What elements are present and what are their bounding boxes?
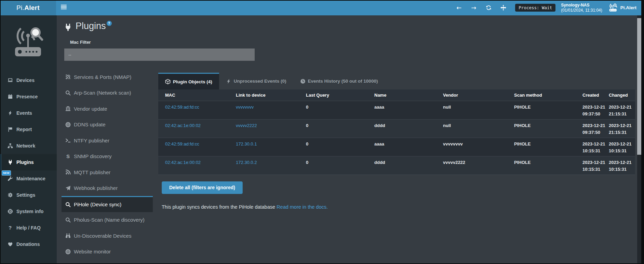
cell-scan-method: PIHOLE bbox=[514, 101, 582, 119]
plugin-description-text: This plugin syncs devices from the PiHol… bbox=[162, 204, 277, 210]
cell-link-to-device: 172.30.0.1 bbox=[236, 138, 306, 156]
cell-mac-link[interactable]: 02:42:ac:1e:00:02 bbox=[165, 123, 201, 128]
cell-mac-link[interactable]: 02:42:ac:1e:00:02 bbox=[165, 160, 201, 165]
column-header[interactable]: MAC bbox=[158, 89, 236, 101]
plugin-menu: Services & Ports (NMAP)Arp-Scan (Network… bbox=[62, 69, 153, 260]
column-header[interactable]: Scan method bbox=[514, 89, 582, 101]
sidebar-item-donations[interactable]: Donations bbox=[0, 236, 57, 252]
plugin-menu-item-pihole-sync[interactable]: PiHole (Device sync) bbox=[62, 196, 153, 212]
sidebar-item-report[interactable]: Report bbox=[0, 121, 57, 138]
plugin-menu-item-webhook-publisher[interactable]: Webhook publisher bbox=[62, 180, 153, 196]
top-bar: Pi.Alert ← → Process: Wait Synology-NAS … bbox=[0, 0, 641, 15]
laptop-icon bbox=[7, 78, 13, 83]
nav-back-icon[interactable]: ← bbox=[456, 5, 462, 11]
search-icon bbox=[65, 202, 71, 207]
plugin-menu-item-mqtt-publisher[interactable]: MQTT publisher bbox=[62, 164, 153, 180]
tab-label: Events History (50 out of 10000) bbox=[308, 79, 378, 84]
bank-icon bbox=[65, 106, 71, 111]
move-icon[interactable] bbox=[500, 5, 506, 11]
sidebar-item-events[interactable]: Events bbox=[0, 105, 57, 121]
plugin-menu-item-ntfy-publisher[interactable]: NTFY publisher bbox=[62, 133, 153, 149]
cell-name: dddd bbox=[374, 119, 443, 138]
rss-icon bbox=[65, 169, 71, 175]
search-icon bbox=[65, 217, 71, 223]
cell-mac-link[interactable]: 02:42:59:ad:fd:cc bbox=[165, 141, 199, 147]
sidebar-item-label: Maintenance bbox=[16, 176, 45, 181]
plugin-menu-item-label: Services & Ports (NMAP) bbox=[74, 74, 131, 80]
column-header[interactable]: Name bbox=[374, 89, 443, 101]
cell-last-query: 0 bbox=[306, 138, 374, 156]
mac-filter-label: Mac Filter bbox=[70, 40, 91, 45]
help-icon[interactable]: ? bbox=[107, 21, 112, 26]
plugin-menu-item-services-ports[interactable]: Services & Ports (NMAP) bbox=[62, 69, 153, 85]
sidebar-item-system-info[interactable]: System info bbox=[0, 203, 57, 220]
column-header[interactable]: Vendor bbox=[443, 89, 514, 101]
sidebar-item-network[interactable]: Network bbox=[0, 138, 57, 154]
plugin-menu-item-snmp-discovery[interactable]: SSNMP discovery bbox=[62, 149, 153, 165]
cell-changed: 2023-12-21 21:15:31 bbox=[609, 119, 635, 138]
heart-icon bbox=[7, 241, 13, 247]
host-name: Synology-NAS bbox=[561, 3, 602, 8]
page-scrollbar[interactable] bbox=[637, 15, 641, 264]
nav-forward-icon[interactable]: → bbox=[471, 5, 477, 11]
tab-plugin-objects[interactable]: Plugin Objects (4) bbox=[158, 73, 219, 89]
column-header[interactable]: Link to device bbox=[236, 89, 306, 101]
plugin-menu-item-pholus-scan[interactable]: Pholus-Scan (Name discovery) bbox=[62, 212, 153, 228]
tab-label: Plugin Objects (4) bbox=[173, 79, 212, 84]
top-right-toolbar: ← → Process: Wait Synology-NAS (01/01/20… bbox=[456, 0, 636, 15]
sidebar-toggle-icon[interactable] bbox=[61, 5, 68, 10]
tab-events-history[interactable]: Events History (50 out of 10000) bbox=[293, 73, 385, 89]
brand-prefix: Pi. bbox=[16, 4, 24, 11]
plugin-menu-item-website-monitor[interactable]: Website monitor bbox=[62, 244, 153, 260]
plugin-menu-item-arp-scan[interactable]: Arp-Scan (Network scan) bbox=[62, 85, 153, 101]
cell-mac-link[interactable]: 02:42:59:ad:fd:cc bbox=[165, 105, 199, 110]
sidebar-item-label: Devices bbox=[16, 78, 35, 83]
delete-all-button[interactable]: Delete all (filters are ignored) bbox=[162, 181, 243, 194]
tab-label: Unprocessed Events (0) bbox=[234, 79, 286, 84]
brand-suffix: Alert bbox=[24, 4, 40, 11]
plugin-objects-table: MACLink to deviceLast QueryNameVendorSca… bbox=[158, 89, 635, 175]
sidebar-item-label: Plugins bbox=[16, 159, 34, 165]
plugin-menu-item-ddns-update[interactable]: DDNS update bbox=[62, 117, 153, 133]
terminal-icon bbox=[65, 138, 71, 143]
refresh-icon[interactable] bbox=[486, 5, 492, 11]
cell-name: dddd bbox=[374, 156, 443, 175]
docs-link[interactable]: Read more in the docs. bbox=[277, 204, 328, 210]
mac-filter-input[interactable] bbox=[64, 48, 255, 61]
column-header[interactable]: Changed bbox=[609, 89, 635, 101]
cell-vendor: null bbox=[443, 119, 514, 138]
sidebar-item-settings[interactable]: Settings bbox=[0, 187, 57, 203]
tab-unprocessed-events[interactable]: Unprocessed Events (0) bbox=[219, 73, 293, 89]
cell-created: 2023-12-21 09:37:50 bbox=[582, 101, 609, 119]
cell-last-query: 0 bbox=[306, 101, 374, 119]
cube-icon bbox=[165, 79, 171, 84]
cell-mac: 02:42:ac:1e:00:02 bbox=[158, 119, 236, 138]
sidebar-item-devices[interactable]: Devices bbox=[0, 72, 57, 88]
cell-mac: 02:42:ac:1e:00:02 bbox=[158, 156, 236, 175]
cell-link-to-device-link[interactable]: 172.30.0.1 bbox=[236, 141, 257, 147]
column-header[interactable]: Created bbox=[582, 89, 609, 101]
cell-created: 2023-12-21 10:15:31 bbox=[582, 156, 609, 175]
sidebar-item-label: Help / FAQ bbox=[16, 225, 41, 231]
cell-mac: 02:42:59:ad:fd:cc bbox=[158, 101, 236, 119]
brand-logo[interactable]: Pi.Alert bbox=[0, 0, 56, 15]
sidebar-item-plugins[interactable]: Plugins bbox=[0, 154, 57, 170]
letter-s-icon: S bbox=[65, 154, 71, 159]
column-header[interactable]: Last Query bbox=[306, 89, 374, 101]
plugin-menu-item-undiscoverable[interactable]: Un-Discoverable Devices bbox=[62, 228, 153, 244]
sidebar-item-presence[interactable]: Presence bbox=[0, 88, 57, 105]
cell-link-to-device-link[interactable]: vvvvvvvv bbox=[236, 105, 254, 110]
cell-created: 2023-12-21 10:15:31 bbox=[582, 138, 609, 156]
cell-vendor: vvvvv2222 bbox=[443, 156, 514, 175]
tab-bar: Plugin Objects (4)Unprocessed Events (0)… bbox=[158, 73, 635, 89]
globe-icon bbox=[65, 249, 71, 254]
cell-changed: 2023-12-21 10:15:31 bbox=[609, 156, 635, 175]
scrollbar-thumb[interactable] bbox=[637, 18, 641, 155]
cell-link-to-device-link[interactable]: vvvvv2222 bbox=[236, 123, 257, 128]
sidebar-item-label: Network bbox=[16, 143, 35, 149]
sidebar-item-help-faq[interactable]: ?Help / FAQ bbox=[0, 220, 57, 236]
cell-link-to-device-link[interactable]: 172.30.0.2 bbox=[236, 160, 257, 165]
plugin-panel: Plugin Objects (4)Unprocessed Events (0)… bbox=[158, 73, 635, 210]
plugin-menu-item-vendor-update[interactable]: Vendor update bbox=[62, 101, 153, 117]
sidebar-item-label: Events bbox=[16, 110, 32, 116]
